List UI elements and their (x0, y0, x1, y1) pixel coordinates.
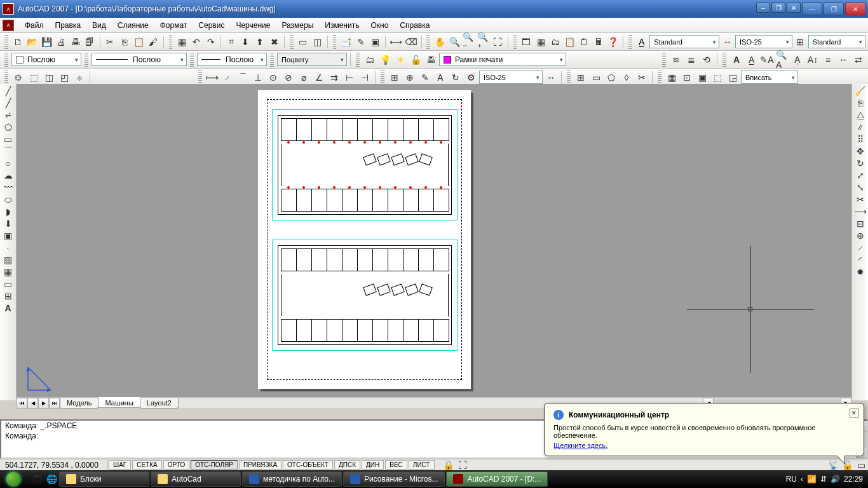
insert-button[interactable]: ⬇ (1, 218, 15, 229)
arc-button[interactable]: ⌒ (1, 146, 15, 157)
camera-button[interactable]: ⬚ (710, 71, 724, 85)
save-back-button[interactable]: ⬇ (239, 35, 252, 49)
break-button[interactable]: ⊟ (853, 218, 867, 229)
coordinates-display[interactable]: 504.1727, 79.5534 , 0.0000 (0, 461, 108, 470)
ellipse-button[interactable]: ⬭ (1, 194, 15, 205)
dim-arc-button[interactable]: ⌒ (236, 71, 250, 85)
justify-button[interactable]: ≡ (821, 53, 835, 67)
qcalc-button[interactable]: ▣ (369, 35, 382, 49)
toolbar-grip[interactable] (4, 53, 8, 67)
dim-ordinate-button[interactable]: ⊥ (251, 71, 265, 85)
dtext-button[interactable]: A̲ (745, 53, 759, 67)
dist-button[interactable]: ⟷ (389, 35, 403, 49)
zoom-ext-button[interactable]: ⛶ (491, 35, 505, 49)
linetype-select[interactable]: Послою (92, 53, 187, 66)
toolbar-grip[interactable] (567, 71, 571, 85)
toolbar-grip[interactable] (662, 53, 666, 67)
tray-volume-icon[interactable]: 🔊 (831, 475, 840, 484)
quick-launch-icon[interactable]: 🗔 (31, 472, 44, 486)
toolbar-grip[interactable] (722, 53, 726, 67)
paper-toggle[interactable]: ЛИСТ (409, 460, 435, 470)
tab-next-button[interactable]: ▶ (38, 398, 49, 409)
taskbar-app-autocad[interactable]: AutoCAD 2007 - [D:... (446, 471, 548, 487)
menu-format[interactable]: Формат (154, 19, 193, 32)
rotate-button[interactable]: ↻ (853, 158, 867, 169)
menu-modify[interactable]: Изменить (319, 19, 365, 32)
redo-button[interactable] (205, 35, 218, 49)
refedit-button[interactable]: ⌗ (224, 35, 238, 49)
vports-poly-button[interactable]: ⬠ (604, 71, 618, 85)
zoom-rt-button[interactable] (448, 35, 461, 49)
save-button[interactable] (40, 35, 53, 49)
mtext-button[interactable]: A (729, 53, 743, 67)
minimize-button[interactable]: — (802, 3, 822, 15)
menu-file[interactable]: Файл (19, 19, 50, 32)
zoom-window-button[interactable]: 🔍⁺ (477, 35, 490, 49)
viewport-2[interactable] (272, 240, 458, 351)
toolbar-grip[interactable] (270, 53, 274, 67)
dim-linear-button[interactable]: ⟼ (205, 71, 219, 85)
cut-button[interactable] (104, 35, 117, 49)
copy-button2[interactable]: ⎘ (853, 97, 867, 109)
pline-button[interactable]: ⩫ (1, 109, 15, 121)
qdim-button[interactable]: ⇉ (327, 71, 341, 85)
table-button[interactable]: ⊞ (1, 290, 15, 302)
toolbar-grip[interactable] (381, 71, 384, 85)
layer-on-icon[interactable]: 💡 (378, 53, 392, 67)
find-button[interactable]: 🔍A (775, 53, 789, 67)
plotstyle-select[interactable]: Поцвету (277, 53, 347, 66)
3d-button[interactable]: ▣ (695, 71, 709, 85)
plot-preview-button[interactable]: 🖶 (69, 35, 82, 49)
revcloud-button[interactable]: ☁ (1, 170, 15, 181)
tray-chevron-icon[interactable]: ‹ (801, 475, 803, 484)
rectangle-button[interactable]: ▭ (1, 133, 15, 145)
copy-button[interactable] (118, 35, 131, 49)
gradient-button[interactable]: ▦ (1, 266, 15, 278)
otrack-toggle[interactable]: ОТС-ОБЪЕКТ (283, 460, 333, 470)
toolbar-grip[interactable] (513, 35, 517, 49)
spline-button[interactable]: 〰 (1, 182, 15, 193)
menu-edit[interactable]: Правка (50, 19, 87, 32)
move-button[interactable]: ✥ (853, 146, 867, 157)
toolbar-grip[interactable] (190, 53, 194, 67)
publish-button[interactable]: 🗐 (83, 35, 97, 49)
scale-button[interactable]: ⤢ (853, 170, 867, 181)
ungroup-button[interactable]: ◰ (57, 71, 71, 85)
toolbar-grip[interactable] (85, 53, 88, 67)
vports-clip-button[interactable]: ✂ (635, 71, 649, 85)
edit-text-button[interactable]: ✎A (760, 53, 774, 67)
layeriso-button[interactable]: ≋ (669, 53, 683, 67)
toolbar-grip[interactable] (426, 35, 430, 49)
qselect-button[interactable]: ⯐ (11, 71, 25, 85)
drawing-area[interactable] (17, 84, 851, 400)
menu-merge[interactable]: Слияние (112, 19, 154, 32)
tool-palette-button[interactable]: 🗂 (549, 35, 562, 49)
toolbar-grip[interactable] (658, 71, 661, 85)
erase-button[interactable]: ⌫ (404, 35, 418, 49)
explode-button[interactable]: ✸ (853, 266, 867, 278)
open-button[interactable] (25, 35, 39, 49)
textstyle-icon[interactable]: A̲ (635, 35, 649, 49)
paste-button[interactable] (132, 35, 146, 49)
layer-lock-icon[interactable]: 🔓 (409, 53, 423, 67)
taskbar-app-word1[interactable]: методичка по Auto... (242, 471, 342, 487)
line-button[interactable]: ╱ (1, 85, 15, 97)
menu-window[interactable]: Окно (365, 19, 394, 32)
polar-toggle[interactable]: ОТС-ПОЛЯР (191, 460, 238, 470)
tab-prev-button[interactable]: ◀ (27, 398, 38, 409)
language-indicator[interactable]: RU (786, 475, 797, 484)
trim-button[interactable]: ✂ (853, 194, 867, 205)
dimstyle-mgr-button[interactable]: ↔ (544, 71, 558, 85)
balloon-close-button[interactable]: ✕ (850, 409, 858, 417)
named-views-button[interactable]: ▦ (665, 71, 679, 85)
mtext-button2[interactable]: A (1, 302, 15, 314)
doc-close-button[interactable]: ✕ (787, 3, 801, 13)
select-button[interactable]: ▭ (297, 35, 310, 49)
tolerance-button[interactable]: ⊞ (388, 71, 402, 85)
tab-layout2[interactable]: Layout2 (140, 398, 179, 409)
space-button[interactable]: ↔ (836, 53, 850, 67)
toolbar-grip[interactable] (628, 35, 632, 49)
menu-help[interactable]: Справка (394, 19, 435, 32)
toolbar-grip[interactable] (333, 35, 337, 49)
lwt-toggle[interactable]: ВЕС (385, 460, 407, 470)
